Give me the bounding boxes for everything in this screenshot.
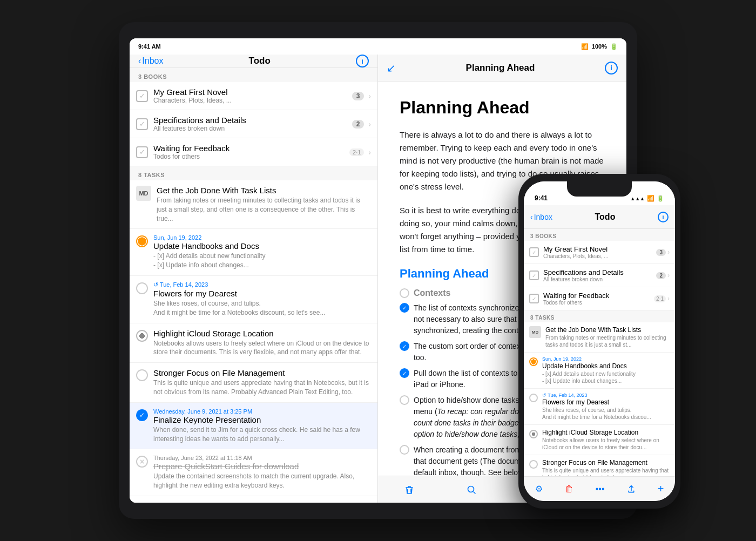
task-title-5: Stronger Focus on File Management	[153, 368, 371, 377]
iphone-task-radio-2[interactable]	[529, 357, 538, 366]
task-item-4[interactable]: Highlight iCloud Storage Location Notebo…	[130, 323, 377, 363]
iphone-nav-title: Todo	[595, 212, 616, 222]
iphone-task-2[interactable]: Sun, Jun 19, 2022 Update Handbooks and D…	[524, 353, 675, 389]
tasks-section-header: 8 TASKS	[130, 166, 377, 180]
task-content-8: Wednesday, June 9, 2021 at 12:40 PM Vaca…	[153, 502, 371, 503]
left-nav-bar: ‹ Inbox Todo i	[130, 55, 377, 68]
iphone-chevron-icon: ‹	[530, 213, 533, 221]
task-date-6: Wednesday, June 9, 2021 at 3:25 PM	[153, 408, 371, 415]
back-label: Inbox	[142, 56, 163, 66]
iphone-task-title-4: Highlight iCloud Storage Location	[542, 429, 670, 436]
iphone-task-5[interactable]: Stronger Focus on File Management This i…	[524, 455, 675, 476]
iphone-task-title-1: Get the Job Done With Task Lists	[545, 326, 670, 334]
checkmark-icon-3: ✓	[139, 148, 145, 156]
iphone-frame: 9:41 ▲▲▲ 📶 🔋 ‹ Inbox Todo i 3 BOOKS	[518, 174, 680, 509]
book-checkbox-3[interactable]: ✓	[136, 146, 148, 158]
task-title-3: Flowers for my Dearest	[153, 289, 371, 298]
iphone-task-3[interactable]: ↺ Tue, Feb 14, 2023 Flowers for my Deare…	[524, 389, 675, 425]
task-content-3: ↺ Tue, Feb 14, 2023 Flowers for my Deare…	[153, 281, 371, 317]
task-desc-1: From taking notes or meeting minutes to …	[157, 196, 371, 223]
iphone-scroll-content: 3 BOOKS ✓ My Great First Novel Character…	[524, 229, 675, 476]
task-content-2: Sun, Jun 19, 2022 Update Handbooks and D…	[153, 234, 371, 270]
iphone-task-date-3: ↺ Tue, Feb 14, 2023	[542, 393, 670, 398]
iphone-share-button[interactable]	[627, 485, 636, 493]
iphone-back-label: Inbox	[534, 213, 552, 221]
task-icon-md: MD	[136, 186, 151, 201]
iphone-add-button[interactable]: +	[658, 483, 664, 495]
book-subtitle-1: Characters, Plots, Ideas, ...	[153, 97, 352, 104]
iphone-task-title-3: Flowers for my Dearest	[542, 398, 670, 406]
left-panel: ‹ Inbox Todo i 3 BOOKS ✓ My Great First	[130, 55, 378, 503]
iphone-book-1[interactable]: ✓ My Great First Novel Characters, Plots…	[524, 241, 675, 264]
info-button[interactable]: i	[356, 55, 369, 67]
task-date-8: Wednesday, June 9, 2021 at 12:40 PM	[153, 502, 371, 503]
iphone-task-title-5: Stronger Focus on File Management	[542, 459, 670, 466]
iphone-book-check-1[interactable]: ✓	[529, 247, 539, 257]
back-arrow-icon[interactable]: ↙	[387, 62, 396, 75]
task-item-8[interactable]: × Wednesday, June 9, 2021 at 12:40 PM Va…	[130, 496, 377, 503]
iphone-info-button[interactable]: i	[658, 212, 669, 222]
right-nav-title: Planning Ahead	[466, 63, 535, 73]
iphone-task-radio-5[interactable]	[529, 460, 538, 469]
iphone-checkmark-2: ✓	[532, 273, 536, 279]
task-radio-7[interactable]: ×	[136, 456, 148, 468]
book-item-2[interactable]: ✓ Specifications and Details All feature…	[130, 110, 377, 138]
task-item-1[interactable]: MD Get the Job Done With Task Lists From…	[130, 180, 377, 229]
book-item-1[interactable]: ✓ My Great First Novel Characters, Plots…	[130, 82, 377, 110]
book-subtitle-2: All features broken down	[153, 125, 352, 132]
right-info-button[interactable]: i	[605, 62, 618, 75]
task-desc-6: When done, send it to Jim for a quick cr…	[153, 425, 371, 444]
iphone-task-1[interactable]: MD Get the Job Done With Task Lists From…	[524, 322, 675, 353]
iphone-task-4[interactable]: Highlight iCloud Storage Location Notebo…	[524, 425, 675, 455]
iphone-book-check-3[interactable]: ✓	[529, 294, 539, 303]
task-radio-3[interactable]	[136, 282, 148, 294]
iphone-gear-button[interactable]: ⚙	[535, 484, 543, 494]
book-item-3[interactable]: ✓ Waiting for Feedback Todos for others …	[130, 138, 377, 166]
right-search-button[interactable]	[462, 480, 481, 499]
iphone-book-2[interactable]: ✓ Specifications and Details All feature…	[524, 264, 675, 287]
iphone-task-radio-3[interactable]	[529, 394, 538, 402]
task-content-1: Get the Job Done With Task Lists From ta…	[157, 186, 371, 223]
book-checkbox-2[interactable]: ✓	[136, 118, 148, 130]
task-radio-5[interactable]	[136, 369, 148, 381]
iphone-trash-button[interactable]: 🗑	[565, 484, 573, 494]
task-content-6: Wednesday, June 9, 2021 at 3:25 PM Final…	[153, 408, 371, 444]
ipad-status-right: 📶 100% 🔋	[581, 43, 618, 50]
contexts-circle	[400, 288, 409, 298]
iphone-tasks-header: 8 TASKS	[524, 310, 675, 322]
task-radio-6[interactable]: ✓	[136, 409, 148, 421]
iphone-book-check-2[interactable]: ✓	[529, 270, 539, 280]
task-desc-4: Notebooks allows users to freely select …	[153, 339, 371, 357]
battery-level: 100%	[592, 43, 607, 50]
iphone-nav-bar: ‹ Inbox Todo i	[524, 205, 675, 229]
iphone-chevron-3: ›	[667, 295, 670, 302]
iphone-ellipsis-button[interactable]: •••	[596, 484, 605, 494]
task-date-7: Thursday, June 23, 2022 at 11:18 AM	[153, 455, 371, 461]
iphone-task-date-2: Sun, Jun 19, 2022	[542, 356, 670, 362]
task-item-5[interactable]: Stronger Focus on File Management This i…	[130, 363, 377, 403]
checkmark-icon: ✓	[139, 92, 145, 100]
iphone-book-sub-1: Characters, Plots, Ideas, ...	[543, 253, 656, 259]
task-date-3: ↺ Tue, Feb 14, 2023	[153, 281, 371, 288]
task-item-3[interactable]: ↺ Tue, Feb 14, 2023 Flowers for my Deare…	[130, 276, 377, 323]
iphone-badge-1: 3	[656, 249, 666, 256]
task-radio-4[interactable]	[136, 330, 148, 342]
right-trash-button[interactable]	[400, 480, 419, 499]
iphone-status-right: ▲▲▲ 📶 🔋	[630, 195, 664, 202]
iphone-badge-2: 2	[656, 272, 666, 279]
task-content-4: Highlight iCloud Storage Location Notebo…	[153, 329, 371, 357]
back-button[interactable]: ‹ Inbox	[138, 56, 163, 66]
iphone-book-3[interactable]: ✓ Waiting for Feedback Todos for others …	[524, 287, 675, 310]
task-item-2[interactable]: Sun, Jun 19, 2022 Update Handbooks and D…	[130, 229, 377, 276]
books-section-header: 3 BOOKS	[130, 68, 377, 82]
task-radio-2[interactable]	[136, 235, 148, 247]
chevron-right-icon: ›	[368, 92, 371, 100]
iphone-task-radio-4[interactable]	[529, 430, 538, 438]
task-item-7[interactable]: × Thursday, June 23, 2022 at 11:18 AM Pr…	[130, 449, 377, 496]
iphone-chevron-1: ›	[667, 248, 670, 256]
book-checkbox-1[interactable]: ✓	[136, 90, 148, 102]
iphone-back-button[interactable]: ‹ Inbox	[530, 213, 552, 221]
chevron-right-icon-3: ›	[368, 148, 371, 157]
task-item-6[interactable]: ✓ Wednesday, June 9, 2021 at 3:25 PM Fin…	[130, 403, 377, 450]
bullet-check-1: ✓	[400, 303, 409, 313]
